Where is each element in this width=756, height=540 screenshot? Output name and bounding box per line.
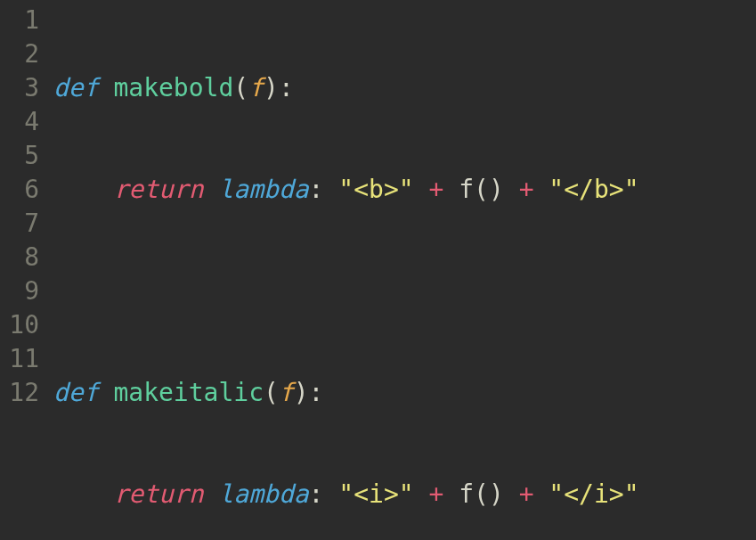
code-content[interactable]: def makebold(f): return lambda: "<b>" + …	[48, 0, 639, 540]
line-number: 6	[5, 173, 39, 207]
code-line[interactable]: return lambda: "<b>" + f() + "</b>"	[53, 173, 639, 207]
code-line[interactable]: return lambda: "<i>" + f() + "</i>"	[53, 478, 639, 511]
string-literal: "<b>"	[338, 175, 413, 204]
function-name: makeitalic	[113, 378, 264, 407]
line-number: 5	[5, 139, 39, 173]
operator-plus: +	[519, 175, 534, 204]
keyword-lambda: lambda	[218, 175, 308, 204]
line-number: 2	[5, 37, 39, 71]
keyword-def: def	[53, 73, 99, 102]
keyword-return: return	[113, 175, 203, 204]
line-number: 9	[5, 274, 39, 308]
keyword-def: def	[53, 378, 99, 407]
line-number: 4	[5, 105, 39, 139]
operator-plus: +	[428, 175, 443, 204]
line-number: 7	[5, 207, 39, 241]
code-area[interactable]: 1 2 3 4 5 6 7 8 9 10 11 12 def makebold(…	[0, 0, 756, 540]
code-line[interactable]: def makeitalic(f):	[53, 376, 639, 410]
string-literal: "</i>"	[549, 479, 638, 509]
parameter: f	[279, 378, 294, 407]
line-number: 3	[5, 71, 39, 105]
string-literal: "<i>"	[338, 479, 413, 509]
line-number: 8	[5, 241, 39, 274]
line-number: 1	[5, 4, 39, 37]
operator-plus: +	[519, 479, 534, 509]
string-literal: "</b>"	[549, 175, 638, 204]
line-number-gutter: 1 2 3 4 5 6 7 8 9 10 11 12	[0, 0, 48, 540]
code-line[interactable]	[53, 274, 639, 308]
line-number: 11	[5, 342, 39, 376]
operator-plus: +	[428, 479, 443, 509]
line-number: 12	[5, 376, 39, 410]
parameter: f	[248, 73, 264, 102]
line-number: 10	[5, 308, 39, 342]
code-editor: 1 2 3 4 5 6 7 8 9 10 11 12 def makebold(…	[0, 0, 756, 540]
function-name: makebold	[113, 73, 233, 102]
code-line[interactable]: def makebold(f):	[53, 71, 639, 105]
keyword-lambda: lambda	[218, 479, 308, 509]
keyword-return: return	[113, 479, 203, 509]
